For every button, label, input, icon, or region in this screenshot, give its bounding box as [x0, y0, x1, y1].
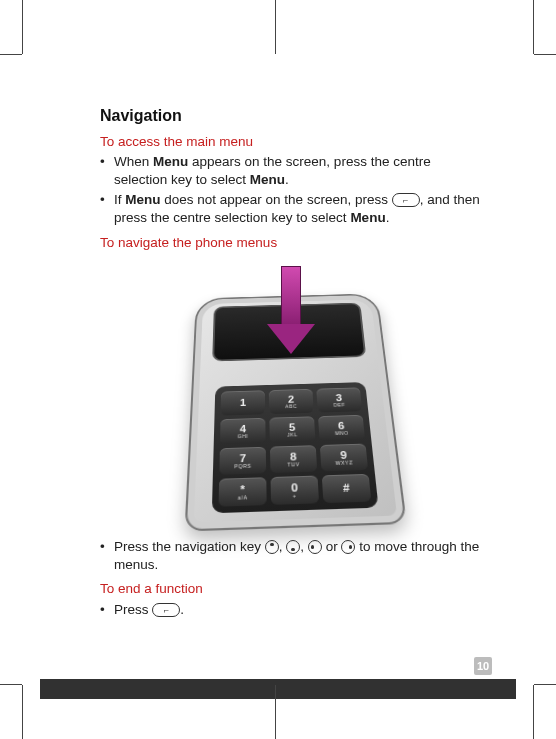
subheading-end: To end a function [100, 580, 481, 598]
keypad-key: 7PQRS [219, 447, 266, 475]
crop-mark [533, 685, 534, 739]
phone-illustration: 12ABC3DEF4GHI5JKL6MNO7PQRS8TUV9WXYZ*a/A0… [171, 270, 411, 530]
page-title: Navigation [100, 105, 481, 127]
list-item: Press ⌐. [100, 601, 481, 619]
keypad-key: 5JKL [269, 416, 315, 443]
nav-down-icon [286, 540, 300, 554]
bullet-list-access: When Menu appears on the screen, press t… [100, 153, 481, 228]
page-number: 10 [474, 657, 492, 675]
down-arrow-icon [267, 266, 315, 356]
keypad-key: # [321, 474, 371, 503]
crop-mark [275, 685, 276, 739]
list-item: If Menu does not appear on the screen, p… [100, 191, 481, 227]
text: . [180, 602, 184, 617]
nav-right-icon [341, 540, 355, 554]
crop-mark [0, 684, 22, 685]
text: does not appear on the screen, press [161, 192, 392, 207]
keypad-key: 9WXYZ [319, 443, 367, 471]
crop-mark [22, 685, 23, 739]
hangup-key-icon: ⌐ [152, 603, 180, 617]
keypad-key: 8TUV [269, 445, 316, 473]
text-bold: Menu [350, 210, 385, 225]
page-content: Navigation To access the main menu When … [100, 105, 481, 625]
text: or [322, 539, 342, 554]
crop-mark [533, 0, 534, 54]
text-bold: Menu [153, 154, 188, 169]
keypad-key: 3DEF [316, 387, 362, 412]
crop-mark [275, 0, 276, 54]
crop-mark [534, 684, 556, 685]
nav-left-icon [308, 540, 322, 554]
nav-up-icon [265, 540, 279, 554]
text: If [114, 192, 125, 207]
keypad-key: 4GHI [219, 418, 265, 445]
text: , [300, 539, 308, 554]
crop-mark [534, 54, 556, 55]
text: . [386, 210, 390, 225]
list-item: Press the navigation key , , or to move … [100, 538, 481, 574]
text-bold: Menu [125, 192, 160, 207]
keypad-key: 2ABC [268, 389, 313, 414]
text-bold: Menu [250, 172, 285, 187]
crop-mark [22, 0, 23, 54]
text: . [285, 172, 289, 187]
footer-bar [40, 679, 516, 699]
bullet-list-navigate: Press the navigation key , , or to move … [100, 538, 481, 574]
keypad-key: *a/A [218, 477, 266, 506]
list-item: When Menu appears on the screen, press t… [100, 153, 481, 189]
crop-mark [0, 54, 22, 55]
keypad-key: 0+ [270, 475, 319, 504]
subheading-access: To access the main menu [100, 133, 481, 151]
keypad-key: 6MNO [318, 415, 365, 441]
text: When [114, 154, 153, 169]
phone-keypad: 12ABC3DEF4GHI5JKL6MNO7PQRS8TUV9WXYZ*a/A0… [211, 382, 378, 513]
bullet-list-end: Press ⌐. [100, 601, 481, 619]
text: Press [114, 602, 152, 617]
text: Press the navigation key [114, 539, 265, 554]
text: , [279, 539, 287, 554]
hangup-key-icon: ⌐ [392, 193, 420, 207]
subheading-navigate: To navigate the phone menus [100, 234, 481, 252]
keypad-key: 1 [220, 390, 265, 415]
